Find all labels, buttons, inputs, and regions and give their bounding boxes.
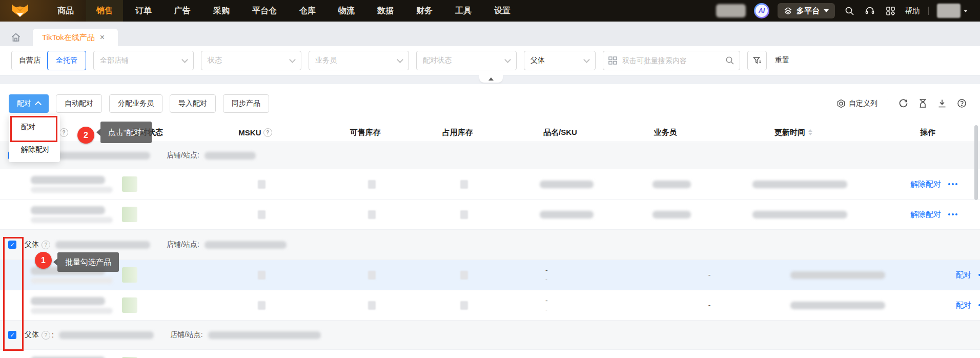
help-icon[interactable] xyxy=(42,241,50,249)
action-toolbar: 配对 自动配对 分配业务员 导入配对 同步产品 自定义列 xyxy=(0,84,980,123)
annotation-tooltip-click-pair: 点击“配对” xyxy=(100,122,152,143)
header-msku: MSKU xyxy=(194,123,317,142)
tooltip-arrow xyxy=(53,258,57,266)
empty-agent-value: - xyxy=(708,302,711,309)
table-row-partial: 配对 xyxy=(0,350,980,358)
menu-item-settings[interactable]: 设置 xyxy=(484,0,521,22)
sync-product-button[interactable]: 同步产品 xyxy=(223,94,269,113)
chevron-up-icon xyxy=(488,77,494,81)
table-row: - - - 配对 xyxy=(0,290,980,321)
shop-site-label: 店铺/站点: xyxy=(167,240,199,249)
collapse-filters-button[interactable] xyxy=(479,75,503,83)
support-headset-icon[interactable] xyxy=(864,5,876,17)
tab-tiktok-online-products[interactable]: TikTok在线产品 × xyxy=(33,29,118,46)
product-thumbnail xyxy=(122,267,137,283)
menu-item-warehouse[interactable]: 仓库 xyxy=(289,0,326,22)
redacted-stock xyxy=(460,210,468,219)
pair-status-select-value: 配对状态 xyxy=(423,56,452,65)
unpair-link[interactable]: 解除配对 xyxy=(910,210,941,220)
menu-item-sales[interactable]: 销售 xyxy=(86,0,123,22)
sort-icon[interactable] xyxy=(808,129,812,135)
help-icon[interactable] xyxy=(42,331,50,340)
more-actions-icon[interactable] xyxy=(948,183,957,185)
parent-select-value: 父体 xyxy=(530,56,545,65)
customize-columns-button[interactable]: 自定义列 xyxy=(836,99,877,108)
status-select[interactable]: 状态 xyxy=(201,51,301,70)
shop-type-segmented-control: 自营店 全托管 xyxy=(11,51,86,70)
help-icon[interactable] xyxy=(59,128,68,137)
empty-agent-value: - xyxy=(708,271,711,279)
search-input[interactable] xyxy=(621,56,721,65)
pair-dropdown-button[interactable]: 配对 xyxy=(9,94,49,113)
group-header-row: 父体 店铺/站点: xyxy=(0,142,980,169)
tab-title: TikTok在线产品 xyxy=(42,33,95,43)
redacted-time xyxy=(752,181,847,188)
colon: : xyxy=(52,331,54,339)
redacted-msku xyxy=(258,271,266,280)
redacted-stock xyxy=(368,180,376,189)
filter-funnel-button[interactable] xyxy=(747,51,767,70)
refresh-icon[interactable] xyxy=(899,98,908,108)
batch-grid-icon[interactable] xyxy=(608,56,617,65)
menu-item-tools[interactable]: 工具 xyxy=(445,0,482,22)
redacted-name xyxy=(540,181,594,188)
menu-item-purchase[interactable]: 采购 xyxy=(203,0,240,22)
menu-item-pair[interactable]: 配对 xyxy=(9,116,60,138)
more-actions-icon[interactable] xyxy=(948,213,957,215)
agent-select[interactable]: 业务员 xyxy=(309,51,409,70)
header-agent: 业务员 xyxy=(619,123,711,142)
export-download-icon[interactable] xyxy=(937,98,947,108)
search-icon[interactable] xyxy=(843,5,855,17)
assign-agent-button[interactable]: 分配业务员 xyxy=(109,94,162,113)
unpair-link[interactable]: 解除配对 xyxy=(910,180,941,189)
reset-button[interactable]: 重置 xyxy=(775,56,789,65)
pair-link[interactable]: 配对 xyxy=(956,301,971,310)
redacted-stock xyxy=(368,301,376,310)
help-icon[interactable] xyxy=(263,128,272,137)
menu-item-platform-warehouse[interactable]: 平台仓 xyxy=(242,0,287,22)
pair-link[interactable]: 配对 xyxy=(956,270,971,280)
redacted-product-text xyxy=(31,206,113,223)
menu-item-ads[interactable]: 广告 xyxy=(164,0,201,22)
apps-grid-icon[interactable] xyxy=(884,5,896,17)
chevron-down-icon xyxy=(583,56,590,63)
store-select[interactable]: 全部店铺 xyxy=(93,51,194,70)
row-checkbox[interactable] xyxy=(8,241,16,249)
divider xyxy=(928,7,929,15)
task-history-hourglass-icon[interactable] xyxy=(918,98,927,108)
parent-label: 父体 xyxy=(25,330,39,340)
product-thumbnail xyxy=(122,297,137,313)
tab-close-icon[interactable]: × xyxy=(100,33,105,42)
annotation-tooltip-batch-select: 批量勾选产品 xyxy=(57,252,119,272)
menu-item-unpair[interactable]: 解除配对 xyxy=(9,138,60,161)
ai-assistant-icon[interactable]: AI xyxy=(754,3,769,18)
redacted-nav-widget xyxy=(716,4,746,17)
search-submit-icon[interactable] xyxy=(725,56,734,65)
menu-item-orders[interactable]: 订单 xyxy=(125,0,162,22)
table-row: 解除配对 xyxy=(0,200,980,230)
pair-status-select[interactable]: 配对状态 xyxy=(416,51,517,70)
brand-fox-logo-icon[interactable] xyxy=(10,3,30,18)
help-circle-icon[interactable] xyxy=(957,98,967,108)
menu-item-products[interactable]: 商品 xyxy=(47,0,84,22)
shop-type-self-tab[interactable]: 自营店 xyxy=(12,51,48,70)
user-avatar[interactable] xyxy=(937,4,968,18)
parent-select[interactable]: 父体 xyxy=(524,51,596,70)
vertical-scrollbar-thumb[interactable] xyxy=(974,125,978,200)
row-checkbox[interactable] xyxy=(8,331,16,339)
table-row: 解除配对 xyxy=(0,169,980,200)
auto-pair-button[interactable]: 自动配对 xyxy=(56,94,102,113)
menu-item-data[interactable]: 数据 xyxy=(367,0,404,22)
header-actions: 操作 xyxy=(875,123,980,142)
menu-item-finance[interactable]: 财务 xyxy=(406,0,443,22)
home-button[interactable] xyxy=(8,29,24,46)
menu-item-logistics[interactable]: 物流 xyxy=(328,0,365,22)
redacted-stock xyxy=(368,271,376,280)
product-thumbnail xyxy=(122,176,137,192)
import-pair-button[interactable]: 导入配对 xyxy=(170,94,216,113)
redacted-parent-value xyxy=(59,331,154,339)
shop-type-managed-tab[interactable]: 全托管 xyxy=(47,51,86,70)
help-link[interactable]: 帮助 xyxy=(905,6,920,16)
annotation-step-2-badge: 2 xyxy=(77,127,94,144)
platform-switcher[interactable]: 多平台 xyxy=(778,3,835,18)
